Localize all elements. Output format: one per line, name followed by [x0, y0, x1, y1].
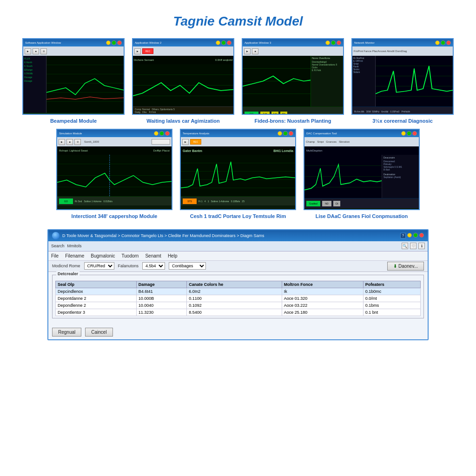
model-select[interactable]: CRU/Red [84, 262, 114, 270]
row-2: Simulation Module ▶ ■ ⚙ Somlt_1000 Rchop… [9, 129, 467, 219]
chart-title-5b: Dofflpt Placst [153, 149, 170, 152]
fav-btn[interactable]: ♡ [410, 243, 416, 249]
group-box: Detcrealer Seal Olp Damage Canate Colors… [52, 275, 424, 318]
edit-btn-3[interactable]: Edit [260, 112, 270, 115]
cancel-btn-7[interactable]: Clt [333, 201, 340, 206]
win-close-6[interactable] [289, 131, 293, 136]
win-title-4: Network Monitor [352, 39, 453, 46]
win-min-7[interactable] [401, 131, 406, 136]
table-row-2[interactable]: Depondlenne 210.00400.1092Aoce 03.2220.1… [56, 302, 421, 309]
win-min-2[interactable] [216, 40, 220, 45]
status-btn-6[interactable]: STS [183, 198, 197, 204]
table-cell-3-4: 0.1 bnt [363, 309, 420, 316]
win-min-5[interactable] [154, 131, 159, 136]
tb-btn-5a[interactable]: ▶ [59, 139, 65, 145]
toolbar-4: FmPrnt Fance PlacAncest Almdtl DomDiag [352, 46, 453, 56]
win-max-3[interactable] [331, 40, 336, 45]
toolbar-3: ▶ ■ [243, 46, 343, 56]
win-title-text-6: Temperature Analysis [183, 132, 209, 135]
win-close-4[interactable] [446, 40, 451, 45]
win-title-2: Application Window 2 [133, 39, 233, 46]
params-label: Falanutons [118, 264, 139, 268]
table-cell-1-2: 0.1100 [187, 295, 282, 302]
chart-title-5a: Rchopt: Lightsod Seast [59, 149, 88, 152]
status-btn-3[interactable]: GO [245, 112, 258, 115]
win-max-1[interactable] [112, 40, 116, 45]
no-btn-7[interactable]: NO [322, 201, 331, 206]
config-select[interactable]: Contibages [169, 262, 206, 270]
dialog-close-btn[interactable] [419, 233, 424, 238]
win-min-6[interactable] [278, 131, 282, 136]
tb-btn-5b[interactable]: ■ [66, 139, 73, 145]
table-cell-0-3: Ik [282, 288, 363, 295]
win-close-2[interactable] [227, 40, 231, 45]
screenshot-box-6: Temperature Analysis ▶ REC Gater Bantm B… [180, 129, 296, 210]
params-select[interactable]: 4.5b4 [142, 262, 165, 270]
table-cell-2-1: 10.0040 [136, 302, 186, 309]
menu-help[interactable]: Help [168, 253, 178, 258]
win-close-3[interactable] [337, 40, 341, 45]
dialog-min-btn[interactable] [407, 233, 412, 238]
regnual-btn[interactable]: Regnual [52, 328, 81, 337]
win-close-1[interactable] [117, 40, 122, 45]
win-title-5: Simulation Module [57, 130, 172, 137]
win-title-7: DAC Compensation Tool [304, 130, 419, 137]
cancel-btn[interactable]: Caincel [85, 328, 112, 337]
win-title-text-1: Software Application Window [25, 41, 61, 44]
screenshot-item-2: Application Window 2 ▶ REC Dichore Seman… [132, 38, 234, 124]
dialog-help-btn[interactable]: ? [400, 233, 406, 238]
chart-7 [304, 155, 382, 198]
status-btn-5[interactable]: GO [59, 198, 73, 204]
win-min-1[interactable] [106, 40, 111, 45]
win-close-7[interactable] [412, 131, 417, 136]
data-table: Seal Olp Damage Canate Colors he Moltron… [55, 281, 421, 316]
win-max-4[interactable] [441, 40, 445, 45]
table-row-0[interactable]: DepcindlenoxB4.6t416.0In2Ik0.1b0mc [56, 288, 421, 295]
screenshot-item-3: Application Window 3 ▶ ■ [242, 38, 344, 124]
rec-btn-2[interactable]: REC [142, 48, 153, 54]
mmitols-label: Mmitols [67, 244, 82, 248]
screenshot-item-6: Temperature Analysis ▶ REC Gater Bantm B… [180, 129, 296, 219]
table-row-3[interactable]: Depontlentor 311.32308.5400Aoce 25.1800.… [56, 309, 421, 316]
win-title-6: Temperature Analysis [181, 130, 295, 137]
del-btn-3[interactable]: Mlo [280, 112, 287, 115]
win-min-3[interactable] [325, 40, 330, 45]
menu-tuodorn[interactable]: Tuodorn [122, 253, 139, 258]
footer-text-6: Ft 1 4 1 Soltmn 1-Adrome 0.10Bols 25 [198, 200, 245, 203]
win-max-7[interactable] [407, 131, 411, 136]
add-btn-3[interactable]: Add [271, 112, 278, 115]
tb-btn-3a[interactable]: ▶ [244, 48, 251, 54]
win-min-4[interactable] [435, 40, 440, 45]
menu-file[interactable]: File [51, 253, 59, 258]
confirm-btn-7[interactable]: Goafted [306, 201, 320, 206]
table-row-1[interactable]: Depontdanne 210.000B0.1100Aoce 01.3200.0… [56, 295, 421, 302]
menu-bugmalonic[interactable]: Bugmalonic [91, 253, 115, 258]
info-btn[interactable]: ℹ [418, 243, 425, 249]
menu-filename[interactable]: Filename [65, 253, 84, 258]
status-btn-1[interactable]: STATUS [25, 114, 41, 115]
tb-btn-3b[interactable]: ■ [252, 48, 258, 54]
win-max-5[interactable] [159, 131, 164, 136]
tb-btn-1b[interactable]: ■ [33, 48, 39, 54]
page-title: Tagnie Camsit Model [0, 0, 476, 38]
group-title: Detcrealer [56, 271, 79, 276]
win-close-5[interactable] [165, 131, 170, 136]
tb-btn-5c[interactable]: ⚙ [74, 139, 81, 145]
screenshot-box-3: Application Window 3 ▶ ■ [242, 38, 344, 115]
search-btn[interactable]: 🔍 [402, 243, 408, 249]
menu-senamt[interactable]: Senamt [145, 253, 161, 258]
tb-btn-2a[interactable]: ▶ [134, 48, 141, 54]
nav-globe-icon [52, 232, 60, 239]
param-input-5[interactable] [152, 139, 170, 145]
toolbar-6: ▶ REC [181, 137, 295, 146]
table-cell-3-1: 11.3230 [136, 309, 186, 316]
dialog-max-btn[interactable] [413, 233, 418, 238]
screenshot-item-1: Software Application Window ▶ ■ ⚙ FLUXK-… [22, 38, 125, 124]
download-btn[interactable]: ⬇ Daonev... [387, 262, 424, 271]
tb-btn-6a[interactable]: ▶ [182, 139, 189, 145]
win-max-6[interactable] [283, 131, 288, 136]
tb-btn-1a[interactable]: ▶ [25, 48, 31, 54]
tb-btn-1c[interactable]: ⚙ [40, 48, 47, 54]
win-max-2[interactable] [221, 40, 226, 45]
rec-btn-6[interactable]: REC [190, 139, 201, 145]
